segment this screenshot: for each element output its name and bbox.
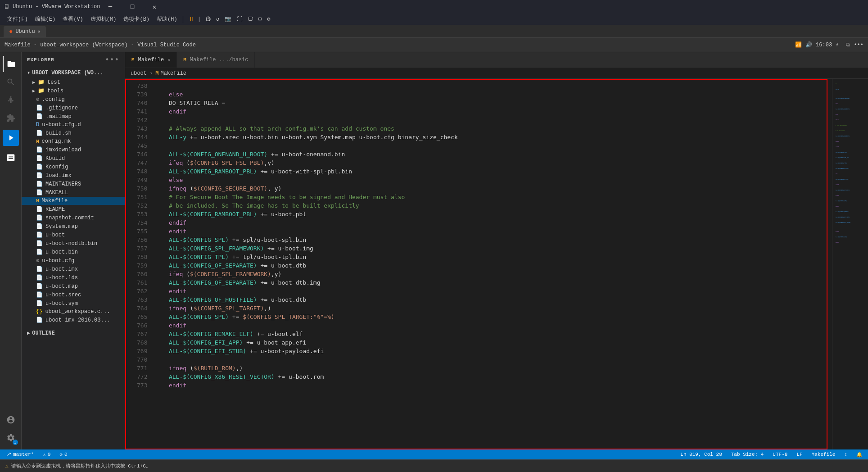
sidebar-item-u-boot-imx[interactable]: 📄 u-boot.imx	[22, 265, 125, 273]
tab-makefile-active[interactable]: M Makefile ✕	[125, 52, 177, 68]
line-738: else	[158, 91, 183, 98]
status-eol[interactable]: LF	[795, 452, 804, 457]
workspace-header[interactable]: ▾ UBOOT_WORKSPACE (WO...	[22, 68, 125, 78]
activity-account[interactable]	[3, 412, 19, 428]
code-editor[interactable]: 738 739 740 741 742 743 744 745 746 747 …	[125, 79, 827, 449]
activity-extensions[interactable]	[3, 110, 19, 126]
status-encoding[interactable]: UTF-8	[771, 452, 789, 457]
menu-file[interactable]: 文件(F)	[4, 14, 32, 24]
sidebar-item-u-boot-srec[interactable]: 📄 u-boot.srec	[22, 290, 125, 299]
line-770: ifneq ($(BUILD_ROM),)	[158, 365, 243, 372]
minimize-button[interactable]: ─	[100, 0, 120, 14]
vm-tab-close-button[interactable]: ✕	[38, 29, 41, 34]
file-icon: 📄	[36, 181, 43, 187]
menu-view[interactable]: 查看(V)	[59, 14, 87, 24]
sidebar-item-kconfig[interactable]: 📄 Kconfig	[22, 163, 125, 171]
status-errors[interactable]: ⚠ 0	[41, 452, 52, 458]
pause-icon[interactable]: ⏸	[189, 16, 194, 23]
power-icon[interactable]: ⏻	[205, 16, 211, 23]
code-content[interactable]: else DO_STATIC_RELA = endif # Always app…	[154, 80, 827, 449]
sidebar-item-config[interactable]: ⚙ .config	[22, 95, 125, 104]
sidebar: EXPLORER ••• ▾ UBOOT_WORKSPACE (WO... ▶ …	[22, 52, 125, 449]
activity-settings[interactable]: 1	[3, 430, 19, 446]
settings-badge: 1	[13, 440, 18, 445]
sidebar-item-u-boot-cfg[interactable]: ⚙ u-boot.cfg	[22, 256, 125, 265]
sidebar-item-uboot-imx[interactable]: 📄 uboot-imx-2016.03...	[22, 316, 125, 324]
file-icon: 📄	[36, 206, 43, 213]
split-editor-icon[interactable]: ⧉	[846, 42, 850, 48]
sidebar-item-u-boot-map[interactable]: 📄 u-boot.map	[22, 282, 125, 290]
sidebar-item-maintainers[interactable]: 📄 MAINTAINERS	[22, 180, 125, 188]
sidebar-item-test[interactable]: ▶ 📁 test	[22, 78, 125, 86]
sidebar-item-u-boot[interactable]: 📄 u-boot	[22, 231, 125, 239]
status-branch[interactable]: ⎇ master*	[4, 452, 36, 458]
status-right: Ln 819, Col 28 Tab Size: 4 UTF-8 LF Make…	[678, 452, 864, 458]
sidebar-item-config-mk[interactable]: M config.mk	[22, 137, 125, 145]
sidebar-item-system-map[interactable]: 📄 System.map	[22, 222, 125, 231]
line-760: ALL-$(CONFIG_OF_SEPARATE) += u-boot-dtb.…	[158, 279, 320, 286]
sidebar-item-u-boot-nodtb[interactable]: 📄 u-boot-nodtb.bin	[22, 239, 125, 248]
status-language[interactable]: Makefile	[810, 452, 837, 457]
sidebar-item-mailmap[interactable]: 📄 .mailmap	[22, 112, 125, 121]
display-icon[interactable]: 🖵	[248, 16, 253, 23]
status-warnings[interactable]: ⊘ 0	[58, 452, 69, 458]
status-bell[interactable]: 🔔	[854, 452, 864, 458]
activity-search[interactable]	[3, 74, 19, 90]
fullscreen-icon[interactable]: ⛶	[237, 16, 242, 23]
file-icon: 📄	[36, 266, 43, 272]
status-tab-size[interactable]: Tab Size: 4	[729, 452, 766, 457]
sidebar-item-load-imx[interactable]: 📄 load.imx	[22, 171, 125, 180]
tab-makefile-close[interactable]: ✕	[167, 57, 170, 63]
tab-makefile-basic[interactable]: M Makefile .../basic	[177, 52, 255, 68]
sidebar-item-imxdownload[interactable]: 📄 imxdownload	[22, 145, 125, 154]
sidebar-item-makeall[interactable]: 📄 MAKEALL	[22, 188, 125, 197]
menu-help[interactable]: 帮助(H)	[153, 14, 181, 24]
tab-makefile-basic-icon: M	[183, 57, 186, 63]
line-742: # Always append ALL so that arch config.…	[158, 125, 394, 132]
activity-source-control[interactable]	[3, 92, 19, 108]
settings-icon[interactable]: ⚙	[267, 16, 270, 23]
notification-text: 请输入命令到达虚拟机，请将鼠标指针移入其中或按 Ctrl+G。	[11, 463, 151, 469]
menu-separator	[183, 16, 183, 23]
sync-icon: ↕	[844, 452, 847, 457]
chevron-right-icon: ▶	[32, 88, 35, 94]
snapshot-icon[interactable]: 📷	[225, 16, 231, 23]
menu-tab[interactable]: 选项卡(B)	[120, 14, 153, 24]
breadcrumb-uboot[interactable]: uboot	[131, 70, 147, 77]
folder-icon: 📁	[38, 79, 45, 86]
status-cursor[interactable]: Ln 819, Col 28	[678, 452, 723, 457]
sidebar-item-u-boot-sym[interactable]: 📄 u-boot.sym	[22, 299, 125, 308]
activity-terminal[interactable]	[3, 150, 19, 166]
revert-icon[interactable]: ↺	[216, 16, 219, 23]
language-label: Makefile	[812, 452, 836, 457]
sidebar-item-uboot-cfg-d[interactable]: D u-boot.cfg.d	[22, 121, 125, 129]
menu-edit[interactable]: 编辑(E)	[32, 14, 59, 24]
sidebar-item-u-boot-lds[interactable]: 📄 u-boot.lds	[22, 273, 125, 282]
breadcrumb-separator: ›	[149, 70, 153, 77]
sidebar-item-build-sh[interactable]: 📄 build.sh	[22, 129, 125, 137]
close-button[interactable]: ✕	[144, 0, 164, 14]
sidebar-item-u-boot-bin[interactable]: 📄 u-boot.bin	[22, 248, 125, 256]
vm-tab-ubuntu[interactable]: ● Ubuntu ✕	[4, 26, 46, 37]
activity-run-debug[interactable]	[3, 130, 19, 146]
status-sync[interactable]: ↕	[842, 452, 849, 457]
menu-vm[interactable]: 虚拟机(M)	[87, 14, 120, 24]
sidebar-item-makefile[interactable]: M Makefile	[22, 197, 125, 205]
maximize-button[interactable]: □	[122, 0, 142, 14]
sidebar-item-readme[interactable]: 📄 README	[22, 205, 125, 213]
sidebar-item-kbuild[interactable]: 📄 Kbuild	[22, 154, 125, 163]
error-icon: ⚠	[43, 452, 46, 458]
activity-files[interactable]	[3, 56, 19, 72]
gear-icon: ⚙	[36, 96, 39, 103]
sidebar-item-gitignore[interactable]: 📄 .gitignore	[22, 104, 125, 112]
extra-icon[interactable]: ⊞	[258, 16, 262, 23]
warning-count: 0	[64, 452, 68, 457]
sidebar-item-snapshot-commit[interactable]: 📄 snapshot.commit	[22, 213, 125, 222]
sidebar-item-uboot-workspace-c[interactable]: {} uboot_workspace.c...	[22, 308, 125, 316]
outline-header[interactable]: ▶ OUTLINE	[22, 328, 125, 338]
breadcrumb-makefile[interactable]: Makefile	[160, 70, 186, 77]
scrollbar-vertical[interactable]	[827, 79, 832, 449]
sidebar-more-button[interactable]: •••	[105, 56, 119, 64]
sidebar-item-tools[interactable]: ▶ 📁 tools	[22, 86, 125, 95]
more-actions-icon[interactable]: •••	[854, 42, 863, 48]
